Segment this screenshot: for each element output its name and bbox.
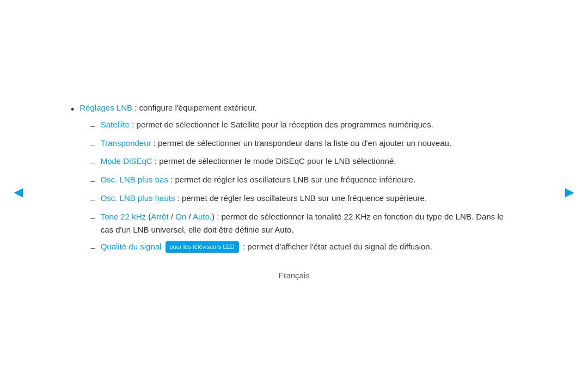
dash-icon: – [90, 119, 95, 133]
sub-content: Tone 22 kHz (Arrêt / On / Auto.) : perme… [101, 210, 517, 236]
list-item: – Osc. LNB plus hauts : permet de régler… [90, 192, 517, 206]
sub-term-qualite: Qualité du signal [101, 242, 162, 251]
sub-term-osc-hauts: Osc. LNB plus hauts [101, 193, 175, 203]
sub-desc-osc-bas: : permet de régler les oscillateurs LNB … [168, 175, 415, 184]
sub-list: – Satellite : permet de sélectionner le … [90, 118, 517, 255]
tone-sep2: / [186, 212, 193, 221]
sub-content: Mode DiSEqC : permet de sélectionner le … [101, 155, 517, 168]
sub-term-tone: Tone 22 kHz [101, 212, 146, 221]
dash-icon: – [90, 156, 95, 169]
list-item: – Satellite : permet de sélectionner le … [90, 118, 517, 133]
tone-option-auto: Auto. [193, 212, 212, 221]
sub-content: Osc. LNB plus hauts : permet de régler l… [101, 192, 517, 205]
list-item: – Mode DiSEqC : permet de sélectionner l… [90, 155, 517, 169]
sub-desc-qualite: : permet d'afficher l'état actuel du sig… [243, 242, 432, 251]
tone-sep1: / [169, 212, 176, 221]
list-item: – Tone 22 kHz (Arrêt / On / Auto.) : per… [90, 210, 517, 236]
main-term: Réglages LNB [79, 103, 132, 112]
tone-option-on: On [175, 212, 186, 221]
nav-arrow-right[interactable]: ► [562, 184, 577, 201]
page-container: ◄ ► • Réglages LNB : configure l'équipem… [0, 0, 588, 384]
dash-icon: – [90, 174, 95, 188]
main-item-content: Réglages LNB : configure l'équipement ex… [79, 101, 517, 258]
main-list-item: • Réglages LNB : configure l'équipement … [71, 101, 517, 258]
sub-term-diseqc: Mode DiSEqC [101, 156, 152, 166]
tone-option-arret: Arrêt [151, 212, 169, 221]
list-item: – Qualité du signal pour les téléviseurs… [90, 240, 517, 255]
list-item: – Transpondeur : permet de sélectionner … [90, 137, 517, 151]
footer-label: Français [71, 269, 517, 283]
dash-icon: – [90, 241, 95, 255]
dash-icon: – [90, 138, 95, 151]
bullet-dot: • [71, 102, 74, 118]
dash-icon: – [90, 193, 95, 206]
sub-content: Qualité du signal pour les téléviseurs L… [101, 240, 517, 253]
sub-term-osc-bas: Osc. LNB plus bas [101, 175, 168, 184]
sub-content: Osc. LNB plus bas : permet de régler les… [101, 173, 517, 186]
list-item: – Osc. LNB plus bas : permet de régler l… [90, 173, 517, 188]
sub-content: Transpondeur : permet de sélectionner un… [101, 137, 517, 150]
main-list: • Réglages LNB : configure l'équipement … [71, 101, 517, 258]
sub-desc-diseqc: : permet de sélectionner le mode DiSEqC … [152, 156, 396, 166]
dash-icon: – [90, 211, 95, 225]
sub-content: Satellite : permet de sélectionner le Sa… [101, 118, 517, 131]
led-badge: pour les téléviseurs LED [166, 241, 239, 253]
sub-desc-satellite: : permet de sélectionner le Satellite po… [130, 120, 433, 129]
sub-desc-transpondeur: : permet de sélectionner un transpondeur… [151, 138, 452, 148]
sub-term-transpondeur: Transpondeur [101, 138, 151, 148]
main-description: : configure l'équipement extérieur. [132, 103, 257, 112]
sub-desc-osc-hauts: : permet de régler les oscillateurs LNB … [175, 193, 427, 203]
sub-term-satellite: Satellite [101, 120, 130, 129]
content-area: • Réglages LNB : configure l'équipement … [49, 85, 539, 299]
nav-arrow-left[interactable]: ◄ [11, 184, 26, 201]
